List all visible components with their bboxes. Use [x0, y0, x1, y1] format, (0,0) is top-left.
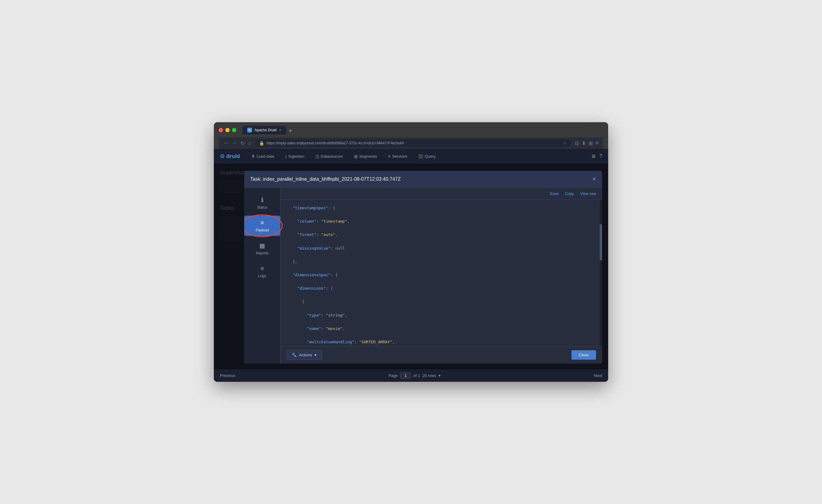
- close-traffic-light[interactable]: [219, 128, 223, 132]
- nav-item-ingestion[interactable]: ⟩ Ingestion: [281, 152, 309, 161]
- sidebar-label-status: Status: [257, 205, 267, 209]
- payload-icon: ≡: [261, 219, 264, 226]
- logo-text: druid: [226, 153, 240, 159]
- new-tab-icon[interactable]: +: [289, 127, 292, 134]
- of-label: of 1: [413, 373, 420, 378]
- nav-label-services: Services: [392, 154, 407, 158]
- minimize-traffic-light[interactable]: [226, 128, 230, 132]
- sidebar-label-reports: Reports: [256, 251, 269, 256]
- bookmark-icon[interactable]: ☆: [563, 141, 567, 145]
- settings-icon[interactable]: ⚙: [591, 153, 596, 159]
- lock-icon: 🔒: [259, 141, 264, 145]
- code-area[interactable]: "timestampSpec": { "column": "timestamp"…: [281, 200, 602, 346]
- status-icon: ℹ: [261, 196, 264, 203]
- previous-button[interactable]: Previous: [220, 373, 236, 378]
- scrollbar-thumb[interactable]: [600, 224, 602, 261]
- nav-item-segments[interactable]: ▤ Segments: [350, 152, 382, 161]
- task-modal: Task: index_parallel_inline_data_bhffnpb…: [244, 171, 602, 364]
- actions-button[interactable]: 🔧 Actions ▾: [287, 350, 322, 360]
- sidebar-item-reports[interactable]: ▦ Reports: [244, 238, 280, 259]
- code-content: "timestampSpec": { "column": "timestamp"…: [288, 205, 595, 346]
- nav-item-load-data[interactable]: ⬆ Load data: [247, 152, 279, 161]
- home-button[interactable]: ⌂: [248, 140, 251, 146]
- modal-close-button[interactable]: ×: [592, 175, 596, 182]
- tab-favicon: D: [247, 128, 252, 132]
- code-line-9: "type": "string",: [288, 312, 595, 319]
- nav-item-services[interactable]: ≡ Services: [384, 152, 411, 161]
- help-icon[interactable]: ?: [599, 153, 602, 159]
- logs-icon: ≡: [261, 265, 264, 272]
- content-toolbar: Save Copy View raw: [281, 188, 602, 200]
- code-line-7: "dimensions": [: [288, 285, 595, 292]
- forward-button[interactable]: →: [232, 140, 237, 146]
- tab-close-icon[interactable]: ×: [279, 128, 282, 132]
- code-line-8: {: [288, 299, 595, 305]
- code-line-1: "timestampSpec": {: [288, 205, 595, 211]
- nav-label-datasources: Datasources: [321, 154, 343, 158]
- address-bar: ← → ↻ ⌂ 🔒 https://imply-sales.implycloud…: [219, 137, 603, 149]
- next-button[interactable]: Next: [594, 373, 602, 378]
- reload-button[interactable]: ↻: [241, 140, 245, 146]
- code-line-5: },: [288, 259, 595, 265]
- nav-label-ingestion: Ingestion: [289, 154, 305, 158]
- extensions-icon[interactable]: ⊡: [575, 140, 579, 146]
- code-line-3: "format": "auto",: [288, 231, 595, 238]
- druid-logo: ⊙ druid: [220, 153, 240, 159]
- load-data-icon: ⬆: [252, 154, 255, 158]
- app-nav: ⊙ druid ⬆ Load data ⟩ Ingestion ◫ Dataso…: [214, 149, 608, 163]
- sidebar-item-status[interactable]: ℹ Status: [244, 192, 280, 213]
- modal-header: Task: index_parallel_inline_data_bhffnpb…: [244, 171, 602, 188]
- nav-label-query: Query: [425, 154, 436, 158]
- modal-content-area: Save Copy View raw "timestampSpec": { "c…: [281, 188, 602, 364]
- tab-bar: D Apache Druid × +: [242, 126, 292, 134]
- code-line-4: "missingValue": null: [288, 245, 595, 252]
- ingestion-icon: ⟩: [285, 154, 287, 158]
- browser-nav-icons: ⊡ ⬇ ⊞ ≡: [575, 140, 598, 146]
- page-footer: Previous Page of 1 20 rows ▾ Next: [214, 369, 608, 382]
- page-number-input[interactable]: [400, 372, 411, 379]
- actions-dropdown-icon: ▾: [315, 353, 317, 357]
- maximize-traffic-light[interactable]: [232, 128, 236, 132]
- tab-title: Apache Druid: [255, 128, 277, 132]
- nav-right-icons: ⚙ ?: [591, 153, 602, 159]
- modal-sidebar: ℹ Status ≡ Payload ▦ Reports ≡ Logs: [244, 188, 281, 364]
- sidebar-item-payload[interactable]: ≡ Payload: [244, 215, 280, 236]
- active-tab[interactable]: D Apache Druid ×: [242, 126, 286, 134]
- datasources-icon: ◫: [316, 154, 319, 158]
- logo-icon: ⊙: [220, 153, 225, 159]
- save-button[interactable]: Save: [550, 191, 559, 196]
- segments-icon: ▤: [354, 154, 358, 158]
- wrench-icon: 🔧: [292, 353, 297, 357]
- menu-icon[interactable]: ≡: [596, 140, 598, 146]
- close-button[interactable]: Close: [571, 350, 596, 360]
- code-line-6: "dimensionsSpec": {: [288, 272, 595, 279]
- sidebar-label-payload: Payload: [256, 228, 269, 232]
- scrollbar-track: [600, 200, 602, 346]
- sidebar-item-logs[interactable]: ≡ Logs: [244, 262, 280, 282]
- grid-icon[interactable]: ⊞: [589, 140, 593, 146]
- main-content: Supervisors Tasks Task: index_parallel_i…: [214, 163, 608, 382]
- reports-icon: ▦: [259, 242, 265, 249]
- url-box[interactable]: 🔒 https://imply-sales.implycloud.com/dru…: [255, 139, 571, 147]
- services-icon: ≡: [388, 154, 390, 158]
- code-line-11: "multiValueHandling": "SORTED_ARRAY",: [288, 339, 595, 346]
- nav-label-load-data: Load data: [257, 154, 274, 158]
- rows-dropdown-icon[interactable]: ▾: [439, 373, 441, 378]
- page-label: Page: [389, 373, 398, 378]
- nav-item-query[interactable]: ⬛ Query: [414, 152, 440, 161]
- browser-controls: D Apache Druid × +: [219, 126, 603, 134]
- modal-title: Task: index_parallel_inline_data_bhffnpb…: [250, 176, 401, 182]
- query-icon: ⬛: [418, 154, 423, 158]
- view-raw-button[interactable]: View raw: [580, 191, 596, 196]
- sidebar-label-logs: Logs: [258, 274, 266, 278]
- browser-chrome: D Apache Druid × + ← → ↻ ⌂ 🔒 https://imp…: [214, 122, 608, 149]
- code-line-2: "column": "timestamp",: [288, 218, 595, 225]
- nav-item-datasources[interactable]: ◫ Datasources: [311, 152, 347, 161]
- actions-label: Actions: [299, 353, 312, 357]
- download-icon[interactable]: ⬇: [582, 140, 586, 146]
- page-info: Page of 1 20 rows ▾: [389, 372, 441, 379]
- modal-body: ℹ Status ≡ Payload ▦ Reports ≡ Logs: [244, 188, 602, 364]
- copy-button[interactable]: Copy: [565, 191, 574, 196]
- back-button[interactable]: ←: [224, 140, 229, 146]
- nav-label-segments: Segments: [359, 154, 377, 158]
